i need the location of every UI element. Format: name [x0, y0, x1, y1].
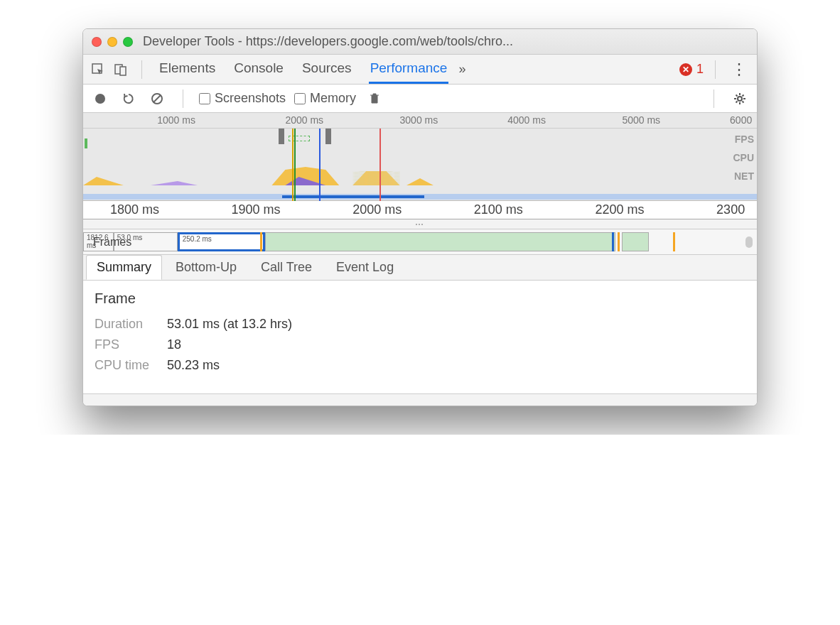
overview-tick: 1000 ms: [157, 114, 195, 126]
summary-key: FPS: [95, 337, 158, 352]
close-icon[interactable]: [92, 37, 102, 47]
cursor-line: [379, 129, 381, 201]
svg-point-3: [95, 94, 105, 104]
window-controls: [92, 37, 133, 47]
selection-handle-right[interactable]: [325, 129, 331, 144]
net-chart: [83, 194, 757, 200]
reload-button[interactable]: [119, 89, 139, 109]
frame-marker: [673, 232, 675, 251]
devtools-window: Developer Tools - https://developers.goo…: [82, 28, 758, 406]
overview-tick: 3000 ms: [400, 114, 438, 126]
frame-marker: [618, 232, 620, 251]
summary-row: CPU time50.23 ms: [95, 358, 745, 373]
cpu-chart: [83, 164, 757, 185]
net-label: NET: [733, 167, 754, 185]
overview-timeline[interactable]: 1000 ms2000 ms3000 ms4000 ms5000 ms6000: [83, 113, 757, 201]
tab-elements[interactable]: Elements: [158, 55, 217, 84]
svg-rect-0: [92, 64, 102, 73]
window-title: Developer Tools - https://developers.goo…: [143, 34, 513, 49]
error-count: 1: [696, 62, 704, 77]
garbage-collect-button[interactable]: [365, 89, 384, 109]
summary-value: 18: [167, 337, 181, 352]
screenshots-label: Screenshots: [215, 91, 286, 106]
titlebar: Developer Tools - https://developers.goo…: [83, 29, 757, 55]
clear-button[interactable]: [147, 89, 167, 109]
summary-value: 53.01 ms (at 13.2 hrs): [167, 317, 292, 332]
performance-toolbar: Screenshots Memory: [83, 85, 757, 113]
tab-performance[interactable]: Performance: [369, 55, 449, 84]
detail-tick: 1900 ms: [232, 202, 281, 217]
frames-label: Frames: [93, 236, 131, 249]
detail-tick: 1800 ms: [110, 202, 159, 217]
device-toggle-icon[interactable]: [112, 60, 130, 79]
detail-tick: 2300: [716, 202, 745, 217]
summary-value: 50.23 ms: [167, 358, 220, 373]
overview-tick: 5000 ms: [622, 114, 660, 126]
frame-marker: [260, 232, 262, 251]
detail-ruler[interactable]: 1800 ms1900 ms2000 ms2100 ms2200 ms2300: [83, 201, 757, 219]
overview-body[interactable]: FPS CPU NET: [83, 129, 757, 201]
summary-key: CPU time: [95, 358, 158, 373]
memory-label: Memory: [310, 91, 356, 106]
vertical-scrollbar[interactable]: [745, 237, 753, 248]
separator: [714, 89, 714, 108]
selection-handle-left[interactable]: [279, 129, 284, 144]
record-button[interactable]: [90, 89, 110, 109]
marker-yellow: [292, 129, 294, 201]
inspect-icon[interactable]: [89, 60, 107, 79]
zoom-icon[interactable]: [123, 37, 133, 47]
svg-line-5: [154, 95, 161, 102]
separator: [141, 60, 142, 79]
tab-console[interactable]: Console: [232, 55, 285, 84]
tab-sources[interactable]: Sources: [301, 55, 353, 84]
memory-checkbox[interactable]: Memory: [294, 91, 356, 106]
subtab-call-tree[interactable]: Call Tree: [250, 255, 323, 280]
subtab-event-log[interactable]: Event Log: [325, 255, 404, 280]
error-counter[interactable]: ✕ 1: [679, 62, 704, 77]
frame-duration-label: 250.2 ms: [183, 235, 212, 243]
screenshots-input[interactable]: [199, 93, 210, 104]
summary-pane: Frame Duration53.01 ms (at 13.2 hrs)FPS1…: [83, 281, 757, 394]
separator: [715, 60, 716, 79]
marker-blue: [319, 129, 321, 201]
screenshots-checkbox[interactable]: Screenshots: [199, 91, 286, 106]
overview-tick: 4000 ms: [507, 114, 546, 126]
tabs-overflow-icon[interactable]: »: [458, 62, 465, 77]
summary-key: Duration: [95, 317, 158, 332]
memory-input[interactable]: [294, 93, 306, 104]
overview-row-labels: FPS CPU NET: [733, 130, 754, 185]
footer-strip: [83, 394, 757, 406]
panel-tabs: Elements Console Sources Performance: [154, 55, 448, 84]
frames-row[interactable]: Frames 1812.6 ms53.0 ms250.2 ms: [83, 229, 757, 255]
subtab-summary[interactable]: Summary: [86, 255, 162, 280]
subtab-bottom-up[interactable]: Bottom-Up: [165, 255, 247, 280]
cpu-label: CPU: [733, 148, 754, 167]
fps-label: FPS: [733, 130, 754, 148]
frames-track[interactable]: 1812.6 ms53.0 ms250.2 ms: [83, 232, 757, 251]
error-icon: ✕: [679, 63, 692, 76]
summary-row: Duration53.01 ms (at 13.2 hrs): [95, 317, 745, 332]
detail-tick: 2100 ms: [474, 202, 523, 217]
fps-bar: [85, 138, 87, 148]
frame-block[interactable]: [622, 232, 649, 251]
more-menu-icon[interactable]: ⋮: [727, 60, 751, 79]
summary-title: Frame: [95, 290, 745, 307]
overview-tick: 6000: [730, 114, 752, 126]
overview-tick: 2000 ms: [285, 114, 323, 126]
summary-row: FPS18: [95, 337, 745, 352]
main-tabbar: Elements Console Sources Performance » ✕…: [83, 55, 757, 85]
capture-settings-button[interactable]: [730, 89, 750, 109]
details-tabs: Summary Bottom-Up Call Tree Event Log: [83, 255, 757, 281]
frame-block[interactable]: 250.2 ms: [178, 232, 265, 251]
overview-ruler[interactable]: 1000 ms2000 ms3000 ms4000 ms5000 ms6000: [83, 113, 757, 129]
frame-block[interactable]: [265, 232, 615, 251]
separator: [183, 89, 183, 108]
expand-handle[interactable]: ⋯: [83, 219, 757, 229]
detail-tick: 2200 ms: [595, 202, 644, 217]
detail-tick: 2000 ms: [352, 202, 402, 217]
svg-rect-2: [120, 67, 126, 75]
frame-marker: [612, 232, 614, 251]
minimize-icon[interactable]: [107, 37, 117, 47]
marker-green: [294, 129, 296, 201]
svg-point-6: [738, 97, 742, 101]
